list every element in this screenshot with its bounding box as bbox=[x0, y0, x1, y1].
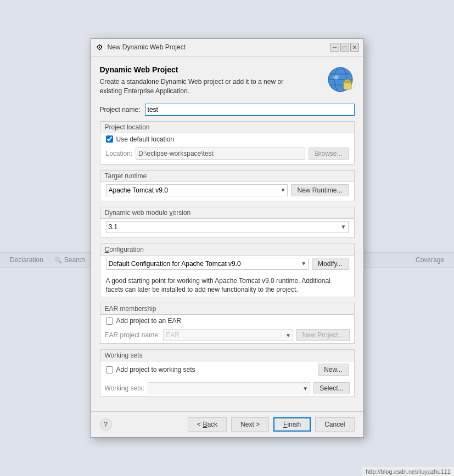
default-location-checkbox[interactable] bbox=[106, 135, 113, 143]
target-runtime-header: Target runtime bbox=[100, 171, 354, 182]
project-location-section: Project location Use default location Lo… bbox=[100, 121, 355, 165]
working-sets-checkbox-row: Add project to working sets New... bbox=[100, 361, 354, 380]
working-sets-header: Working sets bbox=[100, 350, 354, 361]
project-location-header: Project location bbox=[100, 122, 354, 133]
project-name-row: Project name: bbox=[100, 104, 355, 116]
ear-checkbox-row: Add project to an EAR bbox=[100, 315, 354, 327]
finish-label: Finish bbox=[283, 421, 301, 428]
new-runtime-button[interactable]: New Runtime... bbox=[291, 184, 348, 196]
ear-membership-section: EAR membership Add project to an EAR EAR… bbox=[100, 303, 355, 344]
target-runtime-section: Target runtime Apache Tomcat v9.0 ▼ New … bbox=[100, 170, 355, 201]
ear-membership-header: EAR membership bbox=[100, 303, 354, 315]
cancel-button[interactable]: Cancel bbox=[315, 417, 354, 432]
dialog-icon: ⚙ bbox=[96, 43, 104, 52]
globe-icon-container bbox=[326, 65, 355, 94]
new-project-button: New Project... bbox=[296, 329, 350, 341]
configuration-label: Configuration bbox=[105, 246, 144, 253]
version-select-wrapper: 3.1 ▼ bbox=[106, 221, 349, 233]
configuration-header: Configuration bbox=[100, 244, 354, 256]
runtime-row: Apache Tomcat v9.0 ▼ New Runtime... bbox=[100, 182, 354, 201]
ear-checkbox-label: Add project to an EAR bbox=[116, 317, 182, 325]
next-label: Next > bbox=[240, 421, 260, 428]
version-select[interactable]: 3.1 bbox=[106, 221, 349, 233]
configuration-row: Default Configuration for Apache Tomcat … bbox=[100, 256, 354, 274]
web-module-version-header: Dynamic web module version bbox=[100, 207, 354, 219]
ear-select: EAR bbox=[163, 329, 293, 341]
working-sets-checkbox[interactable] bbox=[106, 366, 113, 373]
runtime-select-wrapper: Apache Tomcat v9.0 ▼ bbox=[106, 184, 288, 196]
new-dynamic-web-project-dialog: ⚙ New Dynamic Web Project ─ □ ✕ Dynamic … bbox=[91, 38, 364, 438]
configuration-section: Configuration Default Configuration for … bbox=[100, 243, 355, 298]
next-button[interactable]: Next > bbox=[231, 417, 269, 432]
working-sets-label: Working sets: bbox=[105, 384, 144, 392]
dialog-title: New Dynamic Web Project bbox=[108, 43, 327, 51]
working-sets-row: Working sets: ▼ Select... bbox=[100, 380, 354, 396]
ear-project-label: EAR project name: bbox=[105, 331, 160, 339]
dialog-footer: ? < Back Next > Finish Cancel bbox=[91, 411, 363, 437]
ear-checkbox[interactable] bbox=[106, 318, 113, 325]
back-label: < Back bbox=[197, 421, 217, 428]
select-button[interactable]: Select... bbox=[313, 382, 349, 394]
browse-button[interactable]: Browse... bbox=[309, 148, 348, 160]
back-button[interactable]: < Back bbox=[188, 417, 227, 432]
configuration-description: A good starting point for working with A… bbox=[100, 274, 354, 297]
location-label: Location: bbox=[106, 150, 133, 157]
finish-button[interactable]: Finish bbox=[273, 417, 311, 432]
working-sets-select bbox=[148, 382, 310, 394]
working-sets-select-wrapper: ▼ bbox=[148, 382, 310, 394]
working-sets-new-button[interactable]: New... bbox=[318, 364, 348, 376]
globe-icon bbox=[327, 66, 354, 93]
modify-button[interactable]: Modify... bbox=[312, 258, 348, 270]
svg-rect-7 bbox=[345, 80, 350, 83]
help-button[interactable]: ? bbox=[100, 418, 112, 430]
web-module-version-section: Dynamic web module version 3.1 ▼ bbox=[100, 207, 355, 238]
target-runtime-label: Target runtime bbox=[105, 172, 147, 180]
header-description: Create a standalone Dynamic Web project … bbox=[100, 77, 298, 96]
ear-select-wrapper: EAR ▼ bbox=[163, 329, 293, 341]
project-name-input[interactable] bbox=[145, 104, 355, 116]
config-select[interactable]: Default Configuration for Apache Tomcat … bbox=[106, 258, 309, 270]
working-sets-checkbox-label: Add project to working sets bbox=[116, 366, 315, 373]
location-input bbox=[136, 148, 305, 160]
version-row: 3.1 ▼ bbox=[100, 219, 354, 237]
ear-project-row: EAR project name: EAR ▼ New Project... bbox=[100, 327, 354, 343]
header-text: Dynamic Web Project Create a standalone … bbox=[100, 65, 298, 96]
default-location-checkbox-row: Use default location bbox=[100, 133, 354, 145]
url-bar: http://blog.csdn.net/liuyuzhu111 bbox=[362, 467, 454, 476]
title-bar-controls: ─ □ ✕ bbox=[330, 43, 359, 52]
project-name-label: Project name: bbox=[100, 106, 141, 114]
default-location-label: Use default location bbox=[116, 135, 174, 143]
web-module-version-label: Dynamic web module version bbox=[105, 209, 191, 217]
dialog-body: Dynamic Web Project Create a standalone … bbox=[91, 56, 363, 411]
location-row: Location: Browse... bbox=[100, 145, 354, 164]
close-button[interactable]: ✕ bbox=[350, 43, 359, 52]
header-title: Dynamic Web Project bbox=[100, 65, 298, 74]
dialog-header: Dynamic Web Project Create a standalone … bbox=[100, 65, 355, 96]
working-sets-section: Working sets Add project to working sets… bbox=[100, 349, 355, 397]
runtime-select[interactable]: Apache Tomcat v9.0 bbox=[106, 184, 288, 196]
svg-point-5 bbox=[333, 75, 339, 80]
maximize-button[interactable]: □ bbox=[340, 43, 349, 52]
config-select-wrapper: Default Configuration for Apache Tomcat … bbox=[106, 258, 309, 270]
title-bar: ⚙ New Dynamic Web Project ─ □ ✕ bbox=[91, 39, 363, 56]
minimize-button[interactable]: ─ bbox=[330, 43, 339, 52]
